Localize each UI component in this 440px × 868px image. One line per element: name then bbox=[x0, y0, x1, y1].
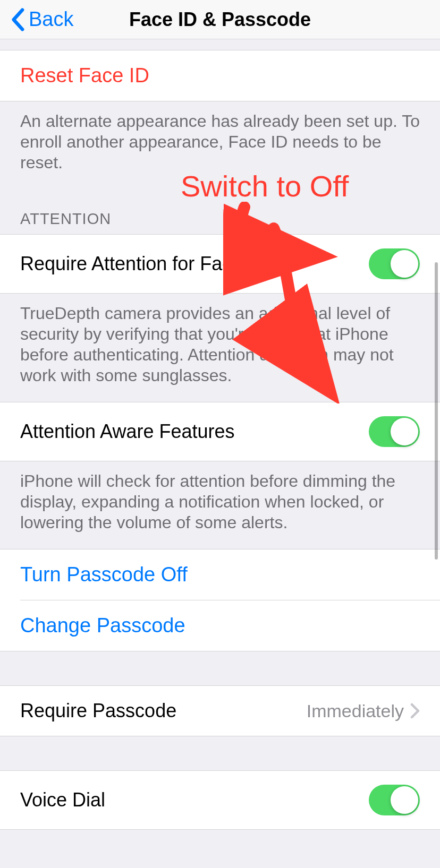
attention-aware-label: Attention Aware Features bbox=[20, 420, 235, 443]
require-passcode-row[interactable]: Require Passcode Immediately bbox=[0, 685, 440, 736]
chevron-right-icon bbox=[410, 703, 420, 719]
require-attention-toggle[interactable] bbox=[369, 248, 420, 279]
voice-dial-toggle[interactable] bbox=[369, 785, 420, 815]
change-passcode-row[interactable]: Change Passcode bbox=[0, 600, 440, 651]
back-button[interactable]: Back bbox=[11, 8, 73, 31]
settings-content: Reset Face ID An alternate appearance ha… bbox=[0, 39, 440, 830]
require-passcode-label: Require Passcode bbox=[20, 700, 176, 722]
change-passcode-label: Change Passcode bbox=[20, 614, 185, 637]
page-title: Face ID & Passcode bbox=[129, 8, 311, 31]
attention-aware-toggle[interactable] bbox=[369, 416, 420, 447]
require-attention-label: Require Attention for Face ID bbox=[20, 253, 267, 275]
reset-face-id-footer: An alternate appearance has already been… bbox=[0, 101, 440, 189]
require-passcode-value: Immediately bbox=[307, 701, 420, 721]
turn-passcode-off-label: Turn Passcode Off bbox=[20, 563, 188, 586]
nav-header: Back Face ID & Passcode bbox=[0, 0, 440, 39]
attention-aware-footer: iPhone will check for attention before d… bbox=[0, 461, 440, 549]
turn-passcode-off-row[interactable]: Turn Passcode Off bbox=[0, 549, 440, 600]
voice-dial-row: Voice Dial bbox=[0, 770, 440, 830]
reset-face-id-row[interactable]: Reset Face ID bbox=[0, 50, 440, 101]
attention-section-header: ATTENTION bbox=[0, 189, 440, 234]
reset-face-id-label: Reset Face ID bbox=[20, 64, 149, 87]
voice-dial-label: Voice Dial bbox=[20, 789, 105, 811]
chevron-left-icon bbox=[11, 8, 24, 31]
require-attention-footer: TrueDepth camera provides an additional … bbox=[0, 294, 440, 402]
require-attention-row: Require Attention for Face ID bbox=[0, 234, 440, 294]
passcode-group: Turn Passcode Off Change Passcode bbox=[0, 549, 440, 651]
scroll-indicator[interactable] bbox=[435, 262, 438, 560]
attention-aware-row: Attention Aware Features bbox=[0, 402, 440, 461]
back-label: Back bbox=[29, 8, 73, 31]
